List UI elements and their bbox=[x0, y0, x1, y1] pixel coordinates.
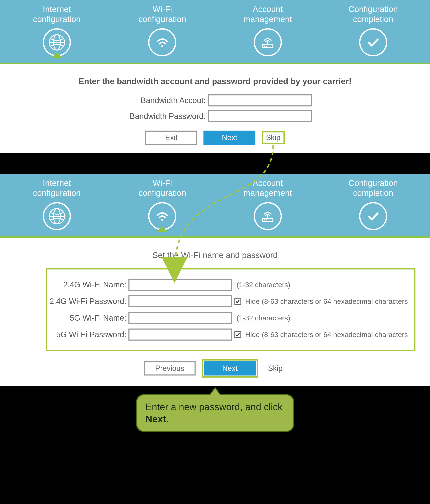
callout-arrow-up-icon bbox=[209, 387, 221, 395]
next-button[interactable]: Next bbox=[204, 361, 256, 376]
svg-point-14 bbox=[264, 219, 265, 220]
previous-button[interactable]: Previous bbox=[144, 361, 196, 376]
bandwidth-password-label: Bandwidth Password: bbox=[118, 112, 206, 121]
row-5g-name: 5G Wi-Fi Name: (1-32 characters) bbox=[49, 312, 412, 324]
step-completion[interactable]: Configuration completion bbox=[320, 4, 426, 56]
bandwidth-password-input[interactable] bbox=[208, 110, 312, 122]
row-24g-name: 2.4G Wi-Fi Name: (1-32 characters) bbox=[49, 279, 412, 291]
panel-internet-config: Internet configuration Wi-Fi bbox=[0, 0, 430, 153]
instruction-callout: Enter a new password, and click Next. bbox=[136, 394, 294, 432]
step-account[interactable]: Account management bbox=[215, 178, 320, 230]
wifi-icon bbox=[148, 202, 176, 230]
callout-area: Enter a new password, and click Next. bbox=[0, 386, 430, 444]
svg-point-11 bbox=[161, 219, 163, 221]
bandwidth-account-input[interactable] bbox=[208, 94, 312, 107]
panel1-body: Enter the bandwidth account and password… bbox=[0, 64, 430, 153]
step-account[interactable]: Account management bbox=[215, 4, 320, 56]
wifi-5g-password-input[interactable] bbox=[128, 329, 232, 341]
panel-wifi-config: Internet configuration Wi-Fi conf bbox=[0, 174, 430, 386]
row-5g-password: 5G Wi-Fi Password: Hide (8-63 characters… bbox=[49, 329, 412, 341]
exit-button[interactable]: Exit bbox=[145, 131, 197, 145]
panel2-heading: Set the Wi-Fi name and password bbox=[8, 251, 422, 260]
step-wifi[interactable]: Wi-Fi configuration bbox=[110, 4, 215, 56]
row-bandwidth-account: Bandwidth Accout: bbox=[8, 94, 422, 107]
row-24g-password: 2.4G Wi-Fi Password: Hide (8-63 characte… bbox=[49, 295, 412, 307]
panel1-button-row: Exit Next Skip bbox=[8, 131, 422, 145]
svg-point-7 bbox=[266, 45, 267, 46]
step-internet[interactable]: Internet configuration bbox=[4, 4, 110, 56]
bandwidth-account-label: Bandwidth Accout: bbox=[118, 96, 206, 105]
callout-text-bold: Next bbox=[146, 414, 166, 424]
panel2-button-row: Previous Next Skip bbox=[8, 359, 422, 378]
wizard-steps: Internet configuration Wi-Fi bbox=[0, 0, 430, 64]
wifi-5g-password-label: 5G Wi-Fi Password: bbox=[49, 330, 126, 339]
wifi-24g-name-label: 2.4G Wi-Fi Name: bbox=[49, 280, 126, 289]
wifi-5g-name-hint: (1-32 characters) bbox=[237, 314, 290, 322]
hide-24g-checkbox[interactable] bbox=[234, 298, 241, 305]
router-icon bbox=[254, 28, 282, 56]
step-label-line1: Internet bbox=[43, 5, 71, 14]
wizard-steps: Internet configuration Wi-Fi conf bbox=[0, 174, 430, 238]
wifi-5g-password-hint: Hide (8-63 characters or 64 hexadecimal … bbox=[245, 331, 408, 339]
wifi-24g-password-label: 2.4G Wi-Fi Password: bbox=[49, 297, 126, 306]
svg-rect-5 bbox=[263, 45, 273, 48]
callout-text-post: . bbox=[166, 414, 169, 424]
svg-rect-13 bbox=[263, 218, 273, 221]
callout-text-pre: Enter a new password, and click bbox=[146, 402, 283, 412]
step-completion[interactable]: Configuration completion bbox=[320, 178, 426, 230]
skip-link[interactable]: Skip bbox=[264, 362, 286, 374]
check-icon bbox=[359, 202, 387, 230]
panel1-heading: Enter the bandwidth account and password… bbox=[8, 77, 422, 86]
svg-point-6 bbox=[264, 45, 265, 46]
next-button[interactable]: Next bbox=[203, 131, 255, 145]
panel2-body: Set the Wi-Fi name and password 2.4G Wi-… bbox=[0, 238, 430, 386]
svg-point-15 bbox=[266, 219, 267, 220]
svg-point-3 bbox=[161, 45, 163, 47]
wifi-24g-password-input[interactable] bbox=[128, 295, 232, 307]
step-internet[interactable]: Internet configuration bbox=[4, 178, 110, 230]
globe-icon bbox=[43, 202, 71, 230]
wifi-24g-name-input[interactable] bbox=[128, 279, 232, 291]
wifi-24g-name-hint: (1-32 characters) bbox=[237, 281, 290, 289]
hide-5g-checkbox[interactable] bbox=[234, 331, 241, 338]
step-label-line2: configuration bbox=[33, 15, 81, 24]
wifi-icon bbox=[148, 28, 176, 56]
active-step-caret bbox=[52, 54, 61, 58]
wifi-5g-name-input[interactable] bbox=[128, 312, 232, 324]
check-icon bbox=[359, 28, 387, 56]
skip-link[interactable]: Skip bbox=[262, 131, 284, 144]
active-step-caret bbox=[158, 227, 167, 232]
router-icon bbox=[254, 202, 282, 230]
wifi-24g-password-hint: Hide (8-63 characters or 64 hexadecimal … bbox=[245, 297, 408, 306]
globe-icon bbox=[43, 28, 71, 56]
next-button-highlight: Next bbox=[202, 359, 258, 378]
wifi-5g-name-label: 5G Wi-Fi Name: bbox=[49, 314, 126, 323]
row-bandwidth-password: Bandwidth Password: bbox=[8, 110, 422, 122]
highlight-box: 2.4G Wi-Fi Name: (1-32 characters) 2.4G … bbox=[46, 268, 415, 351]
step-wifi[interactable]: Wi-Fi configuration bbox=[110, 178, 215, 230]
